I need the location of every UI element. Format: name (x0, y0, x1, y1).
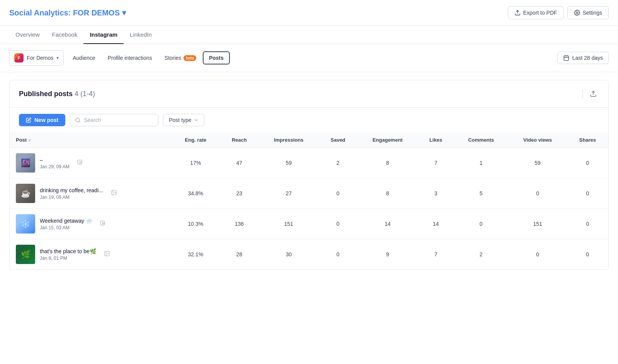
section-title: Published posts 4 (1-4) (19, 90, 95, 98)
export-icon (590, 90, 597, 97)
engagement-cell: 9 (357, 239, 418, 270)
post-date: Jan 19, 09 AM (40, 195, 103, 200)
posts-count: 4 (1-4) (75, 90, 95, 98)
post-thumbnail: ❄️ (16, 214, 35, 234)
post-type-chevron-icon (194, 118, 199, 122)
settings-label: Settings (582, 10, 602, 16)
search-wrapper (70, 114, 158, 126)
toolbar-row: F For Demos ▾ Audience Profile interacti… (0, 44, 618, 72)
header: Social Analytics: FOR DEMOS ▾ Export to … (0, 0, 618, 26)
date-range-label: Last 28 days (572, 55, 603, 61)
upload-icon (514, 10, 521, 16)
col-engagement: Engagement (357, 132, 418, 148)
beta-badge: beta (183, 55, 196, 61)
engagement-cell: 8 (357, 148, 418, 178)
saved-cell: 0 (319, 239, 357, 270)
svg-point-9 (113, 191, 114, 192)
posts-table: Post ≡ Eng. rate Reach Impressions Saved… (10, 132, 608, 269)
new-post-button[interactable]: New post (19, 114, 65, 126)
shares-cell: 0 (567, 178, 609, 209)
eng-rate-cell: 17% (171, 148, 220, 178)
reach-cell: 136 (220, 209, 259, 239)
settings-button[interactable]: Settings (567, 6, 609, 19)
table-row: 🌿 that's the place to be🌿 Jan 8, 01 PM 3… (10, 239, 608, 270)
post-info: Weekend getaway 🌨️ Jan 15, 03 AM (40, 218, 92, 230)
gear-icon (574, 10, 580, 16)
header-actions: Export to PDF Settings (508, 6, 609, 19)
section-export-button[interactable] (587, 88, 599, 100)
sub-tab-profile[interactable]: Profile interactions (102, 52, 158, 64)
tab-instagram[interactable]: Instagram (83, 26, 124, 44)
post-info: drinking my coffee, readi... Jan 19, 09 … (40, 187, 103, 200)
dropdown-arrow[interactable]: ▾ (122, 8, 126, 17)
video-views-cell: 151 (508, 209, 567, 239)
video-views-cell: 59 (508, 148, 567, 178)
tab-facebook[interactable]: Facebook (46, 26, 84, 44)
table-row: ❄️ Weekend getaway 🌨️ Jan 15, 03 AM 10.3… (10, 209, 608, 239)
date-picker[interactable]: Last 28 days (557, 52, 609, 64)
account-selector[interactable]: F For Demos ▾ (9, 50, 64, 66)
sub-tabs: Audience Profile interactions Stories be… (67, 51, 230, 64)
col-impressions: Impressions (259, 132, 319, 148)
table-body: 🌆 – Jan 29, 09 AM 17% 47 59 2 8 7 1 59 0 (10, 148, 608, 270)
sub-tab-audience[interactable]: Audience (67, 52, 101, 64)
post-type-filter[interactable]: Post type (163, 114, 204, 126)
col-saved: Saved (319, 132, 357, 148)
likes-cell: 3 (418, 178, 454, 209)
section-title-text: Published posts (19, 90, 73, 98)
post-thumbnail: 🌿 (16, 245, 35, 264)
post-info: that's the place to be🌿 Jan 8, 01 PM (40, 248, 96, 261)
eng-rate-cell: 32.1% (171, 239, 220, 270)
sub-tab-stories[interactable]: Stories beta (159, 52, 202, 64)
post-date: Jan 15, 03 AM (40, 225, 92, 230)
sort-icon: ≡ (28, 137, 31, 143)
svg-point-13 (105, 252, 106, 253)
post-type-icon (111, 190, 117, 197)
title-text: Social Analytics: (9, 8, 71, 17)
account-chevron-icon: ▾ (56, 55, 59, 61)
impressions-cell: 151 (259, 209, 319, 239)
export-pdf-button[interactable]: Export to PDF (508, 6, 564, 19)
post-cell-1[interactable]: ☕ drinking my coffee, readi... Jan 19, 0… (10, 178, 171, 209)
post-type-icon (100, 220, 106, 228)
post-type-icon (77, 159, 83, 167)
sub-tab-posts[interactable]: Posts (203, 51, 230, 64)
edit-icon (26, 117, 31, 123)
section-divider (582, 89, 583, 98)
app-title: Social Analytics: FOR DEMOS ▾ (9, 8, 126, 17)
post-cell-0[interactable]: 🌆 – Jan 29, 09 AM (10, 148, 171, 178)
tab-overview[interactable]: Overview (9, 26, 46, 44)
svg-rect-1 (564, 56, 569, 61)
filter-row: New post Post type (10, 108, 608, 132)
instagram-icon: F (14, 53, 24, 63)
engagement-cell: 8 (357, 178, 418, 209)
col-video-views: Video views (508, 132, 567, 148)
post-cell-2[interactable]: ❄️ Weekend getaway 🌨️ Jan 15, 03 AM (10, 209, 171, 239)
saved-cell: 0 (319, 209, 357, 239)
col-comments: Comments (454, 132, 508, 148)
video-views-cell: 0 (508, 178, 567, 209)
stories-label: Stories (165, 55, 182, 61)
section-header: Published posts 4 (1-4) (10, 80, 608, 108)
post-type-label: Post type (169, 117, 191, 123)
post-type-icon (104, 251, 110, 258)
shares-cell: 0 (567, 209, 609, 239)
tab-linkedin[interactable]: LinkedIn (124, 26, 158, 44)
account-name: FOR DEMOS (73, 8, 120, 17)
saved-cell: 2 (319, 148, 357, 178)
engagement-cell: 14 (357, 209, 418, 239)
table-row: 🌆 – Jan 29, 09 AM 17% 47 59 2 8 7 1 59 0 (10, 148, 608, 178)
svg-point-0 (576, 12, 578, 14)
calendar-icon (563, 55, 569, 61)
export-label: Export to PDF (523, 10, 557, 16)
col-shares: Shares (567, 132, 609, 148)
search-input[interactable] (84, 117, 153, 123)
post-thumbnail: ☕ (16, 184, 35, 203)
post-cell-3[interactable]: 🌿 that's the place to be🌿 Jan 8, 01 PM (10, 239, 171, 270)
comments-cell: 1 (454, 148, 508, 178)
comments-cell: 5 (454, 178, 508, 209)
col-likes: Likes (418, 132, 454, 148)
toolbar-left: F For Demos ▾ Audience Profile interacti… (9, 50, 230, 66)
post-date: Jan 29, 09 AM (40, 164, 70, 169)
impressions-cell: 27 (259, 178, 319, 209)
